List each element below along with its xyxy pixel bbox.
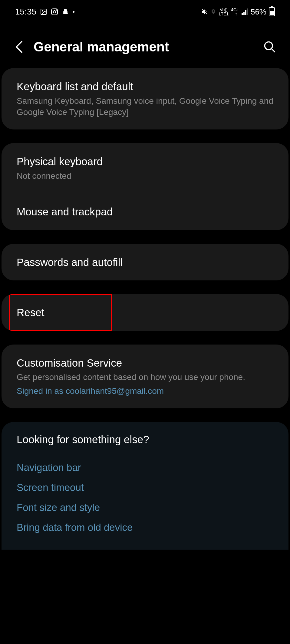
card-looking-for: Looking for something else? Navigation b… bbox=[2, 422, 288, 550]
battery-percentage: 56% bbox=[251, 7, 266, 17]
svg-point-3 bbox=[53, 11, 56, 13]
card-keyboard-list: Keyboard list and default Samsung Keyboa… bbox=[2, 68, 288, 129]
network-indicator: 4G+ ↓↑ bbox=[231, 8, 239, 16]
battery-icon bbox=[269, 7, 275, 16]
link-font-size-style[interactable]: Font size and style bbox=[17, 498, 273, 518]
image-icon bbox=[40, 8, 47, 15]
item-customisation-service[interactable]: Customisation Service Get personalised c… bbox=[2, 345, 288, 408]
signal-icon bbox=[242, 8, 248, 15]
item-keyboard-list[interactable]: Keyboard list and default Samsung Keyboa… bbox=[2, 68, 288, 129]
svg-point-1 bbox=[42, 10, 43, 11]
volte-indicator: Vo)) LTE1 bbox=[219, 8, 229, 16]
card-passwords: Passwords and autofill bbox=[2, 244, 288, 281]
link-screen-timeout[interactable]: Screen timeout bbox=[17, 478, 273, 498]
svg-line-7 bbox=[272, 49, 275, 52]
item-subtitle: Not connected bbox=[17, 170, 273, 182]
svg-point-4 bbox=[56, 10, 57, 10]
card-input-devices: Physical keyboard Not connected Mouse an… bbox=[2, 143, 288, 230]
item-title: Keyboard list and default bbox=[17, 80, 273, 93]
card-customisation: Customisation Service Get personalised c… bbox=[2, 345, 288, 408]
item-passwords-autofill[interactable]: Passwords and autofill bbox=[2, 244, 288, 281]
status-bar: 15:35 • Vo)) LTE1 4G+ ↓↑ 56% bbox=[0, 0, 290, 21]
back-button[interactable] bbox=[14, 40, 25, 54]
item-mouse-trackpad[interactable]: Mouse and trackpad bbox=[2, 193, 288, 230]
card-reset: Reset bbox=[2, 294, 288, 331]
snapchat-icon bbox=[62, 8, 69, 15]
status-bar-left: 15:35 • bbox=[15, 7, 75, 17]
location-icon bbox=[210, 9, 216, 15]
item-title: Mouse and trackpad bbox=[17, 205, 273, 219]
page-title: General management bbox=[34, 39, 254, 54]
item-title: Passwords and autofill bbox=[17, 255, 273, 269]
item-title: Physical keyboard bbox=[17, 155, 273, 168]
item-subtitle: Samsung Keyboard, Samsung voice input, G… bbox=[17, 95, 273, 118]
item-physical-keyboard[interactable]: Physical keyboard Not connected bbox=[2, 143, 288, 193]
dot-icon: • bbox=[73, 8, 75, 15]
status-time: 15:35 bbox=[15, 7, 36, 17]
link-navigation-bar[interactable]: Navigation bar bbox=[17, 458, 273, 478]
search-button[interactable] bbox=[263, 40, 276, 54]
page-header: General management bbox=[0, 21, 290, 68]
section-title: Looking for something else? bbox=[17, 433, 273, 446]
item-title: Reset bbox=[17, 306, 273, 319]
status-bar-right: Vo)) LTE1 4G+ ↓↑ 56% bbox=[201, 7, 275, 17]
item-title: Customisation Service bbox=[17, 356, 273, 370]
item-signed-in: Signed in as coolarihant95@gmail.com bbox=[17, 385, 273, 397]
instagram-icon bbox=[51, 8, 58, 15]
item-reset[interactable]: Reset bbox=[2, 294, 288, 331]
link-bring-data[interactable]: Bring data from old device bbox=[17, 518, 273, 538]
item-subtitle: Get personalised content based on how yo… bbox=[17, 371, 273, 383]
mute-icon bbox=[201, 8, 208, 15]
